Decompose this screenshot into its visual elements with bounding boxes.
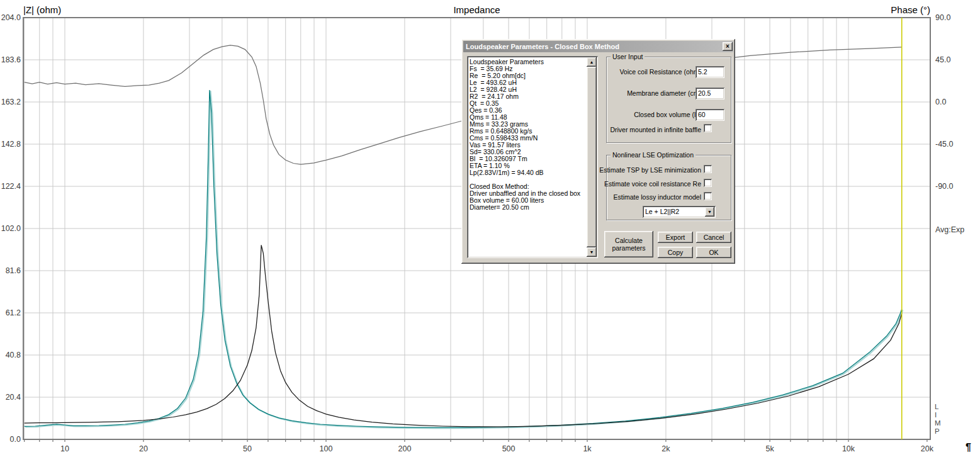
closed-box-volume-input[interactable]: 60 [696, 109, 724, 121]
dialog-titlebar[interactable]: Loudspeaker Parameters - Closed Box Meth… [463, 41, 733, 52]
estimate-re-label: Estimate voice coil resistance Re [588, 180, 701, 188]
infinite-baffle-checkbox[interactable] [704, 124, 712, 132]
limp-app-badge: L I M P [935, 403, 941, 436]
voice-coil-resistance-input[interactable]: 5.2 [696, 66, 724, 78]
report-scrollbar[interactable]: ▲ ▼ [587, 57, 597, 257]
paragraph-mark: ¶ [966, 442, 971, 453]
membrane-diameter-input[interactable]: 20.5 [696, 87, 724, 99]
ok-button[interactable]: OK [696, 247, 731, 258]
ohm-tick-label: 40.8 [0, 351, 21, 359]
frequency-tick-label: 20 [128, 444, 159, 453]
phase-tick-label: 0.0 [935, 98, 946, 106]
user-input-group: User Input Voice coil Resistance (ohm) 5… [606, 57, 731, 143]
scroll-down-icon[interactable]: ▼ [587, 247, 597, 257]
lse-legend: Nonlinear LSE Optimization [611, 151, 696, 159]
ohm-tick-label: 163.2 [0, 98, 21, 106]
phase-tick-label: 45.0 [935, 55, 950, 64]
frequency-tick-label: 50 [232, 444, 263, 453]
voice-coil-resistance-label: Voice coil Resistance (ohm) [600, 68, 701, 76]
ohm-tick-label: 204.0 [0, 13, 21, 22]
inductor-model-dropdown[interactable]: Le + L2||R2 ▼ [643, 206, 716, 218]
membrane-diameter-label: Membrane diameter (cm) [600, 89, 701, 97]
frequency-tick-label: 500 [493, 444, 524, 453]
ohm-tick-label: 183.6 [0, 55, 21, 64]
copy-button[interactable]: Copy [658, 247, 693, 258]
right-axis-title: Phase (°) [23, 4, 930, 15]
ohm-tick-label: 102.0 [0, 224, 21, 233]
frequency-tick-label: 5k [754, 444, 786, 453]
ohm-tick-label: 20.4 [0, 393, 21, 402]
phase-tick-label: -90.0 [935, 182, 954, 191]
scrollbar-thumb[interactable] [587, 67, 597, 247]
estimate-re-checkbox[interactable] [704, 179, 712, 187]
ohm-tick-label: 81.6 [0, 266, 21, 275]
parameters-report-panel: Loudspeaker Parameters Fs = 35.69 Hz Re … [467, 56, 598, 258]
close-icon[interactable]: × [723, 42, 733, 51]
cancel-button[interactable]: Cancel [696, 232, 731, 243]
estimate-tsp-checkbox[interactable] [704, 165, 712, 173]
ohm-tick-label: 122.4 [0, 182, 21, 191]
phase-tick-label: 90.0 [935, 13, 950, 22]
limp-impedance-window: { "chart": { "title": "Impedance", "left… [0, 0, 980, 457]
dialog-title: Loudspeaker Parameters - Closed Box Meth… [466, 43, 619, 50]
averaging-mode-label: Avg:Exp [935, 225, 964, 234]
frequency-tick-label: 10k [833, 444, 864, 453]
calculate-parameters-button[interactable]: Calculate parameters [604, 231, 653, 257]
estimate-inductor-label: Estimate lossy inductor model [588, 193, 701, 201]
chevron-down-icon[interactable]: ▼ [705, 207, 714, 217]
phase-tick-label: -45.0 [935, 140, 954, 149]
export-button[interactable]: Export [658, 232, 693, 243]
ohm-tick-label: 0.0 [0, 435, 21, 444]
parameters-report-text[interactable]: Loudspeaker Parameters Fs = 35.69 Hz Re … [470, 59, 585, 256]
frequency-tick-label: 1k [572, 444, 603, 453]
ohm-tick-label: 61.2 [0, 308, 21, 317]
inductor-model-value: Le + L2||R2 [645, 208, 679, 215]
user-input-legend: User Input [611, 53, 645, 60]
frequency-tick-label: 200 [389, 444, 420, 453]
estimate-tsp-label: Estimate TSP by LSE minimization [588, 166, 701, 174]
loudspeaker-parameters-dialog: Loudspeaker Parameters - Closed Box Meth… [461, 39, 735, 264]
ohm-tick-label: 142.8 [0, 140, 21, 149]
closed-box-volume-label: Closed box volume (lit) [600, 111, 701, 118]
lse-optimization-group: Nonlinear LSE Optimization Estimate TSP … [606, 155, 731, 220]
scroll-up-icon[interactable]: ▲ [587, 57, 597, 67]
frequency-tick-label: 20k [911, 444, 943, 453]
frequency-tick-label: 100 [310, 444, 342, 453]
frequency-tick-label: 2k [650, 444, 682, 453]
estimate-inductor-checkbox[interactable] [704, 192, 712, 200]
infinite-baffle-label: Driver mounted in infinite baffle [588, 126, 701, 133]
frequency-tick-label: 10 [49, 444, 81, 453]
